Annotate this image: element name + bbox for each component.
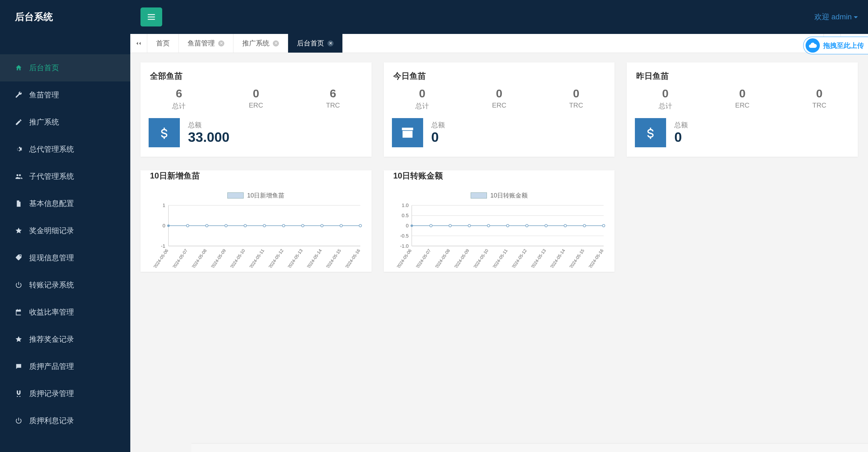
svg-text:2024-05-15: 2024-05-15 bbox=[325, 248, 342, 268]
tabbar: 首页鱼苗管理✕推广系统✕后台首页✕ 关闭 bbox=[130, 34, 868, 53]
wrench-icon bbox=[15, 91, 22, 99]
close-icon[interactable]: ✕ bbox=[273, 40, 279, 46]
stat-label: TRC bbox=[537, 101, 615, 109]
brand-title: 后台系统 bbox=[0, 0, 130, 34]
svg-text:2024-05-14: 2024-05-14 bbox=[306, 248, 323, 268]
power-icon bbox=[15, 281, 22, 289]
stat-value: 0 bbox=[704, 87, 781, 100]
spacer bbox=[627, 170, 858, 272]
svg-text:2024-05-06: 2024-05-06 bbox=[396, 248, 413, 268]
sidebar-item-label: 推荐奖金记录 bbox=[29, 334, 74, 344]
sidebar-item-fish[interactable]: 鱼苗管理 bbox=[0, 81, 130, 109]
star-icon bbox=[15, 227, 22, 234]
svg-text:2024-05-10: 2024-05-10 bbox=[472, 248, 489, 268]
dollar-icon bbox=[149, 118, 180, 147]
svg-text:0: 0 bbox=[163, 223, 165, 228]
svg-point-50 bbox=[564, 224, 566, 227]
stat-card: 全部鱼苗6总计0ERC6TRC总额33.000 bbox=[140, 62, 372, 157]
stat-label: TRC bbox=[781, 101, 858, 109]
stat-item: 0ERC bbox=[218, 87, 295, 111]
stat-label: 总计 bbox=[140, 101, 218, 111]
chart-legend: 10日新增鱼苗 bbox=[147, 191, 365, 200]
tab-0[interactable]: 首页 bbox=[147, 34, 179, 53]
svg-text:2024-05-12: 2024-05-12 bbox=[511, 248, 528, 268]
content: 全部鱼苗6总计0ERC6TRC总额33.000今日鱼苗0总计0ERC0TRC总额… bbox=[130, 53, 868, 443]
caret-down-icon bbox=[854, 16, 858, 20]
sidebar-item-pledgerec[interactable]: 质押记录管理 bbox=[0, 380, 130, 407]
stat-label: ERC bbox=[704, 101, 781, 109]
sidebar-item-child[interactable]: 子代管理系统 bbox=[0, 163, 130, 190]
svg-text:2024-05-16: 2024-05-16 bbox=[587, 248, 604, 268]
chart-svg: 1.00.50-0.5-1.02024-05-062024-05-072024-… bbox=[390, 202, 609, 268]
card-title: 全部鱼苗 bbox=[140, 62, 372, 81]
total-label: 总额 bbox=[431, 120, 445, 130]
legend-swatch-icon bbox=[471, 192, 487, 199]
sidebar-item-master[interactable]: 总代管理系统 bbox=[0, 136, 130, 163]
stat-value: 0 bbox=[781, 87, 858, 100]
sidebar-item-home[interactable]: 后台首页 bbox=[0, 54, 130, 81]
sidebar-item-label: 转账记录系统 bbox=[29, 280, 74, 290]
tab-label: 后台首页 bbox=[297, 39, 324, 48]
stat-value: 0 bbox=[461, 87, 538, 100]
welcome-prefix: 欢迎 bbox=[814, 12, 829, 22]
sidebar-item-promotion[interactable]: 推广系统 bbox=[0, 109, 130, 136]
card-title: 昨日鱼苗 bbox=[627, 62, 858, 81]
svg-point-43 bbox=[430, 224, 432, 227]
stat-label: ERC bbox=[461, 101, 538, 109]
chart-legend: 10日转账金额 bbox=[390, 191, 609, 200]
stat-item: 0总计 bbox=[384, 87, 461, 111]
svg-text:2024-05-11: 2024-05-11 bbox=[491, 248, 508, 268]
sidebar-item-bonus[interactable]: 奖金明细记录 bbox=[0, 217, 130, 244]
legend-swatch-icon bbox=[227, 192, 244, 199]
sidebar-item-label: 总代管理系统 bbox=[29, 144, 74, 154]
sidebar-item-withdraw[interactable]: 提现信息管理 bbox=[0, 244, 130, 271]
upload-pill[interactable]: 拖拽至此上传 bbox=[803, 37, 868, 54]
svg-text:2024-05-08: 2024-05-08 bbox=[191, 248, 208, 268]
star-icon bbox=[15, 336, 22, 343]
total-value: 0 bbox=[431, 130, 445, 145]
sidebar: 后台系统 后台首页鱼苗管理推广系统总代管理系统子代管理系统基本信息配置奖金明细记… bbox=[0, 0, 130, 452]
sidebar-item-label: 质押记录管理 bbox=[29, 389, 74, 399]
stat-label: TRC bbox=[295, 101, 372, 109]
svg-text:2024-05-12: 2024-05-12 bbox=[267, 248, 284, 268]
file-icon bbox=[15, 200, 22, 207]
svg-point-51 bbox=[583, 224, 585, 227]
stat-value: 0 bbox=[537, 87, 615, 100]
tab-label: 鱼苗管理 bbox=[188, 39, 215, 48]
sidebar-item-baseinfo[interactable]: 基本信息配置 bbox=[0, 190, 130, 217]
tab-3[interactable]: 后台首页✕ bbox=[288, 34, 343, 53]
card-title: 今日鱼苗 bbox=[384, 62, 615, 81]
sidebar-item-rate[interactable]: 收益比率管理 bbox=[0, 299, 130, 326]
tab-2[interactable]: 推广系统✕ bbox=[233, 34, 288, 53]
svg-point-16 bbox=[321, 224, 323, 227]
close-icon[interactable]: ✕ bbox=[327, 40, 334, 46]
cloud-upload-icon bbox=[806, 38, 820, 53]
chart-title: 10日新增鱼苗 bbox=[140, 170, 372, 183]
sidebar-item-pledgeint[interactable]: 质押利息记录 bbox=[0, 407, 130, 434]
sidebar-item-label: 奖金明细记录 bbox=[29, 226, 74, 236]
stat-value: 0 bbox=[218, 87, 295, 100]
chart-card: 10日新增鱼苗10日新增鱼苗10-12024-05-062024-05-0720… bbox=[140, 170, 372, 272]
tab-1[interactable]: 鱼苗管理✕ bbox=[179, 34, 233, 53]
close-icon[interactable]: ✕ bbox=[218, 40, 224, 46]
sidebar-item-refer[interactable]: 推荐奖金记录 bbox=[0, 326, 130, 353]
sidebar-item-label: 后台首页 bbox=[29, 63, 59, 73]
sidebar-item-label: 基本信息配置 bbox=[29, 199, 74, 209]
chevron-left-icon bbox=[137, 40, 143, 46]
tab-scroll-left-button[interactable] bbox=[130, 34, 147, 53]
svg-text:2024-05-07: 2024-05-07 bbox=[415, 248, 432, 268]
sidebar-toggle-button[interactable] bbox=[140, 7, 162, 26]
total-value: 0 bbox=[674, 130, 688, 145]
dollar-icon bbox=[635, 118, 666, 147]
user-menu[interactable]: 欢迎 admin bbox=[814, 12, 858, 22]
sidebar-item-transfer[interactable]: 转账记录系统 bbox=[0, 271, 130, 299]
chart-title: 10日转账金额 bbox=[384, 170, 615, 183]
home-icon bbox=[15, 64, 22, 72]
sidebar-item-label: 推广系统 bbox=[29, 117, 59, 127]
stat-item: 6总计 bbox=[140, 87, 218, 111]
svg-point-11 bbox=[225, 224, 227, 227]
svg-point-45 bbox=[468, 224, 470, 227]
edit-icon bbox=[15, 118, 22, 126]
sidebar-item-pledgeprod[interactable]: 质押产品管理 bbox=[0, 353, 130, 380]
horizontal-scrollbar[interactable] bbox=[191, 443, 868, 452]
